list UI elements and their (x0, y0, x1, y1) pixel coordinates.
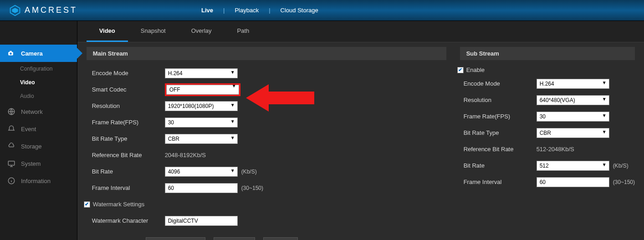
tabs-bar: Video Snapshot Overlay Path (77, 21, 644, 42)
bitrate-select[interactable]: 4096 (165, 167, 238, 177)
sub-frame-interval-label: Frame Interval (464, 179, 537, 185)
sidebar-label-system: System (21, 160, 41, 167)
amcrest-logo-icon (9, 5, 21, 16)
reset-defaults-button[interactable]: Reset Defaults (146, 237, 205, 240)
bitrate-unit: (Kb/S) (241, 169, 257, 175)
sidebar-label-information: Information (21, 178, 51, 184)
top-nav: Live | Playback | Cloud Storage (191, 7, 328, 14)
sub-frame-interval-input[interactable] (537, 177, 609, 187)
sub-bitrate-type-select[interactable]: CBR (537, 128, 609, 138)
header-bar: AMCREST Live | Playback | Cloud Storage (0, 0, 644, 21)
main-stream-header: Main Stream (87, 47, 446, 60)
watermark-char-input[interactable] (165, 216, 238, 226)
sub-resolution-select[interactable]: 640*480(VGA) (537, 95, 609, 105)
tab-path[interactable]: Path (225, 21, 262, 42)
storage-icon (7, 142, 15, 150)
sidebar-label-event: Event (21, 126, 36, 133)
sub-frame-interval-range: (30~150) (613, 179, 635, 185)
sidebar-item-camera[interactable]: Camera (0, 45, 77, 62)
sub-fps-select[interactable]: 30 (537, 112, 609, 122)
svg-point-3 (10, 53, 12, 55)
nav-live[interactable]: Live (191, 7, 223, 14)
smart-codec-highlight: OFF (165, 83, 240, 96)
sub-bitrate-type-label: Bit Rate Type (464, 129, 537, 136)
nav-playback[interactable]: Playback (225, 7, 269, 14)
sub-resolution-label: Resolution (464, 97, 537, 103)
ref-bitrate-value: 2048-8192Kb/S (165, 152, 206, 158)
refresh-button[interactable]: Refresh (214, 237, 256, 240)
sub-bitrate-unit: (Kb/S) (613, 163, 629, 169)
sidebar-camera-subitems: Configuration Video Audio (0, 62, 77, 103)
tab-overlay[interactable]: Overlay (179, 21, 225, 42)
sub-encode-mode-label: Encode Mode (464, 80, 537, 87)
sidebar-label-storage: Storage (21, 143, 42, 150)
bitrate-type-label: Bit Rate Type (92, 135, 165, 142)
watermark-char-label: Watermark Character (92, 217, 165, 224)
sidebar-label-network: Network (21, 108, 43, 115)
sub-stream-column: Sub Stream ✔ Enable Encode Mode H.264 Re… (460, 47, 635, 240)
brand-name: AMCREST (25, 5, 77, 15)
sidebar-item-information[interactable]: Information (0, 172, 77, 189)
sub-enable-label: Enable (466, 66, 485, 73)
sidebar-item-event[interactable]: Event (0, 120, 77, 138)
footer-buttons: Reset Defaults Refresh Save (87, 227, 446, 240)
brand-logo: AMCREST (9, 5, 77, 16)
ref-bitrate-label: Reference Bit Rate (92, 152, 165, 158)
sidebar-sub-configuration[interactable]: Configuration (20, 62, 77, 76)
fps-label: Frame Rate(FPS) (92, 119, 165, 126)
sub-enable-checkbox[interactable]: ✔ (457, 67, 464, 73)
system-icon (7, 159, 15, 168)
sub-encode-mode-select[interactable]: H.264 (537, 79, 609, 89)
resolution-select[interactable]: 1920*1080(1080P) (165, 101, 238, 111)
sidebar: Camera Configuration Video Audio Network… (0, 21, 77, 240)
frame-interval-input[interactable] (165, 183, 238, 193)
sub-bitrate-label: Bit Rate (464, 162, 537, 169)
sidebar-label-camera: Camera (21, 50, 43, 57)
svg-rect-4 (10, 51, 12, 52)
sidebar-item-system[interactable]: System (0, 155, 77, 172)
save-button[interactable]: Save (263, 237, 298, 240)
nav-cloud-storage[interactable]: Cloud Storage (271, 7, 328, 14)
sub-stream-header: Sub Stream (460, 47, 635, 60)
tab-video[interactable]: Video (87, 21, 128, 42)
sub-ref-bitrate-value: 512-2048Kb/S (537, 146, 574, 153)
bitrate-type-select[interactable]: CBR (165, 134, 238, 144)
svg-marker-1 (12, 8, 18, 13)
camera-icon (7, 49, 15, 57)
event-icon (7, 125, 15, 133)
svg-rect-6 (8, 161, 15, 165)
frame-interval-range: (30~150) (241, 185, 263, 191)
smart-codec-label: Smart Codec (92, 86, 165, 93)
sidebar-item-storage[interactable]: Storage (0, 138, 77, 155)
sidebar-sub-audio[interactable]: Audio (20, 89, 77, 103)
encode-mode-label: Encode Mode (92, 70, 165, 77)
sub-fps-label: Frame Rate(FPS) (464, 113, 537, 120)
bitrate-label: Bit Rate (92, 168, 165, 175)
watermark-settings-checkbox[interactable]: ✔ (84, 201, 90, 208)
fps-select[interactable]: 30 (165, 117, 238, 128)
main-stream-column: Main Stream Encode Mode H.264 Smart Code… (87, 47, 446, 240)
tab-snapshot[interactable]: Snapshot (128, 21, 179, 42)
resolution-label: Resolution (92, 102, 165, 109)
sub-ref-bitrate-label: Reference Bit Rate (464, 146, 537, 153)
smart-codec-select[interactable]: OFF (166, 85, 239, 95)
sidebar-sub-video[interactable]: Video (20, 76, 77, 89)
main-panel: Video Snapshot Overlay Path Main Stream … (77, 21, 644, 240)
info-icon (7, 177, 15, 185)
sub-bitrate-select[interactable]: 512 (537, 161, 609, 171)
sidebar-item-network[interactable]: Network (0, 103, 77, 120)
network-icon (7, 107, 15, 116)
encode-mode-select[interactable]: H.264 (165, 68, 238, 78)
watermark-settings-label: Watermark Settings (93, 201, 145, 208)
frame-interval-label: Frame Interval (92, 184, 165, 191)
